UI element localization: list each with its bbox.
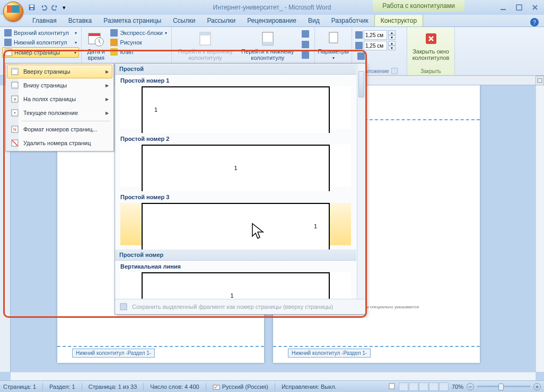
insert-tab[interactable] (355, 51, 403, 61)
draft-view[interactable] (439, 382, 449, 391)
tab-home[interactable]: Главная (27, 15, 63, 26)
gallery-category: Простой (115, 64, 356, 75)
zoom-slider[interactable] (477, 386, 530, 387)
header-distance[interactable]: ▲▼ (355, 30, 403, 40)
svg-rect-3 (501, 9, 506, 10)
tab-view[interactable]: Вид (302, 15, 326, 26)
close-icon[interactable] (530, 3, 540, 12)
svg-rect-22 (14, 112, 15, 113)
save-icon[interactable] (27, 2, 37, 13)
status-pages[interactable]: Страница: 1 из 33 (89, 384, 137, 390)
page-number-menu: Вверху страницы▶ Внизу страницы▶ #На пол… (5, 63, 114, 152)
full-screen-view[interactable] (409, 382, 418, 391)
horizontal-scrollbar[interactable] (11, 372, 536, 380)
status-bar: Страница: 1 Раздел: 1 Страница: 1 из 33 … (0, 380, 544, 392)
clip-button[interactable]: Клип (108, 47, 169, 57)
save-selection-item: Сохранить выделенный фрагмент как номер … (115, 299, 366, 314)
svg-rect-12 (329, 32, 338, 43)
nav3[interactable] (300, 50, 311, 60)
close-hf-button[interactable]: Закрыть окно колонтитулов (409, 28, 452, 63)
outline-view[interactable] (429, 382, 438, 391)
gallery-item[interactable]: 1 (120, 272, 351, 299)
ruler-toggle-icon[interactable] (536, 76, 544, 85)
save-icon (119, 302, 128, 311)
page-number-button[interactable]: Номер страницы▾ (2, 47, 79, 58)
status-page[interactable]: Страница: 1 (3, 384, 36, 390)
footer-tag: Нижний колонтитул -Раздел 1- (72, 349, 155, 358)
office-button[interactable] (3, 2, 23, 22)
remove-numbers-item[interactable]: Удалить номера страниц (7, 136, 112, 150)
nav2[interactable] (300, 40, 311, 49)
header-button[interactable]: Верхний колонтитул▾ (2, 28, 79, 38)
gallery-item-title: Простой номер 2 (115, 133, 356, 145)
date-time-button[interactable]: Дата и время (84, 28, 108, 63)
svg-rect-28 (389, 384, 394, 389)
nav1[interactable] (300, 29, 311, 39)
tab-mailings[interactable]: Рассылки (201, 15, 241, 26)
footer-tag: Нижний колонтитул -Раздел 1- (288, 349, 371, 358)
help-icon[interactable]: ? (530, 18, 539, 26)
svg-rect-26 (120, 304, 127, 310)
minimize-icon[interactable] (498, 3, 508, 12)
zoom-out-icon[interactable]: − (467, 383, 474, 390)
goto-header-button[interactable]: Перейти к верхнему колонтитулу (174, 28, 237, 63)
tab-review[interactable]: Рецензирование (241, 15, 302, 26)
svg-rect-6 (89, 33, 100, 36)
group-label: Закрыть (409, 67, 452, 75)
svg-rect-9 (200, 32, 210, 35)
redo-icon[interactable] (50, 2, 60, 13)
page-margins-item[interactable]: #На полях страницы▶ (7, 92, 112, 106)
page-number-gallery: Простой Простой номер 1 1 Простой номер … (115, 63, 366, 315)
svg-rect-16 (12, 68, 18, 70)
format-numbers-item[interactable]: NФормат номеров страниц... (7, 122, 112, 136)
zoom-in-icon[interactable]: + (533, 383, 541, 390)
macro-icon[interactable] (388, 382, 396, 391)
svg-text:#: # (14, 97, 16, 102)
tab-references[interactable]: Ссылки (167, 15, 201, 26)
status-section[interactable]: Раздел: 1 (49, 384, 75, 390)
top-of-page-item[interactable]: Вверху страницы▶ (7, 65, 112, 78)
view-buttons (399, 382, 449, 391)
quick-access-toolbar: ▾ (27, 2, 67, 13)
tab-page-layout[interactable]: Разметка страницы (98, 15, 167, 26)
current-position-item[interactable]: Текущее положение▶ (7, 106, 112, 120)
goto-footer-button[interactable]: Перейти к нижнему колонтитулу (237, 28, 299, 63)
tab-developer[interactable]: Разработчик (326, 15, 374, 26)
footer-distance[interactable]: ▲▼ (355, 41, 403, 50)
status-lang[interactable]: Русский (Россия) (213, 383, 268, 390)
gallery-item[interactable]: 1 (120, 145, 351, 187)
qat-dropdown-icon[interactable]: ▾ (62, 2, 67, 13)
window-title: Интернет-университет_ - Microsoft Word (213, 4, 331, 11)
svg-rect-1 (30, 5, 34, 7)
svg-rect-18 (12, 87, 18, 88)
gallery-item[interactable]: 1 (120, 86, 351, 129)
bottom-of-page-item[interactable]: Внизу страницы▶ (7, 78, 112, 92)
gallery-item-selected[interactable]: 1 (120, 203, 351, 245)
status-words[interactable]: Число слов: 4 400 (150, 384, 199, 390)
print-layout-view[interactable] (399, 382, 408, 391)
options-button[interactable]: Параметры▾ (317, 28, 349, 63)
gallery-item-title: Простой номер 3 (115, 191, 356, 203)
quick-parts-button[interactable]: Экспресс-блоки▾ (108, 28, 169, 38)
context-tab-group: Работа с колонтитулами (373, 0, 464, 12)
svg-rect-14 (538, 78, 542, 83)
footer-button[interactable]: Нижний колонтитул▾ (2, 38, 79, 47)
gallery-scrollbar[interactable] (357, 64, 366, 299)
picture-button[interactable]: Рисунок (108, 38, 169, 47)
web-layout-view[interactable] (419, 382, 428, 391)
gallery-item-title: Простой номер 1 (115, 75, 356, 86)
svg-text:N: N (13, 127, 16, 132)
title-bar: ▾ Интернет-университет_ - Microsoft Word… (0, 0, 544, 15)
status-track[interactable]: Исправления: Выкл. (282, 384, 337, 390)
vertical-scrollbar[interactable] (536, 85, 544, 372)
undo-icon[interactable] (38, 2, 49, 13)
svg-rect-2 (30, 8, 33, 10)
gallery-item-title: Вертикальная линия (115, 261, 356, 272)
maximize-icon[interactable] (514, 3, 524, 12)
tab-design[interactable]: Конструктор (374, 14, 423, 26)
gallery-category: Простой номер (115, 250, 356, 261)
dialog-launcher-icon[interactable] (391, 68, 398, 74)
zoom-level[interactable]: 70% (452, 384, 463, 390)
svg-rect-4 (516, 5, 522, 10)
tab-insert[interactable]: Вставка (63, 15, 98, 26)
